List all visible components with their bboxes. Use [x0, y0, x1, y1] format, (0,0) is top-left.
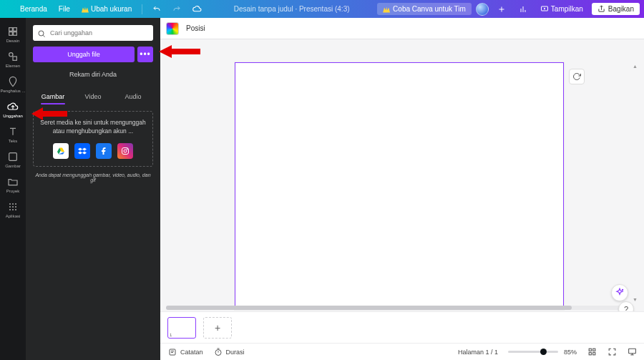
- footer: Catatan Durasi Halaman 1 / 1 85%: [160, 343, 644, 360]
- resize-button[interactable]: Ubah ukuran: [77, 3, 136, 15]
- connect-google-drive[interactable]: [53, 143, 69, 159]
- draw-icon: [7, 151, 19, 162]
- svg-rect-9: [9, 32, 13, 36]
- rail-text-label: Teks: [9, 139, 17, 143]
- svg-point-26: [39, 31, 44, 36]
- svg-rect-46: [592, 349, 595, 351]
- svg-rect-10: [14, 32, 17, 36]
- notes-label: Catatan: [180, 349, 203, 356]
- rail-projects[interactable]: Proyek: [0, 172, 26, 198]
- page-thumbnail[interactable]: 1: [167, 317, 196, 339]
- vertical-scrollbar[interactable]: ▲▼: [633, 64, 637, 303]
- rail-text[interactable]: Teks: [0, 122, 26, 147]
- page-strip: 1 +: [160, 311, 644, 343]
- rail-design-label: Desain: [6, 39, 20, 43]
- connect-facebook[interactable]: [96, 143, 112, 159]
- present-footer-button[interactable]: [627, 347, 637, 357]
- try-team-label: Coba Canva untuk Tim: [393, 5, 466, 13]
- svg-point-18: [12, 203, 14, 205]
- try-team-button[interactable]: Coba Canva untuk Tim: [377, 3, 472, 15]
- svg-point-17: [9, 203, 11, 205]
- upload-file-button[interactable]: Unggah file: [33, 47, 135, 62]
- notes-icon: [167, 347, 177, 357]
- elements-icon: [7, 51, 19, 62]
- tab-audio-label: Audio: [125, 93, 141, 100]
- upload-label: Unggah file: [67, 51, 100, 58]
- zoom-slider[interactable]: [508, 351, 558, 353]
- record-label: Rekam diri Anda: [69, 71, 117, 78]
- undo-button[interactable]: [148, 3, 165, 16]
- upload-hint: Anda dapat mengunggah gambar, video, aud…: [33, 172, 153, 183]
- rail-apps[interactable]: Aplikasi: [0, 198, 26, 223]
- connect-dropbox[interactable]: [74, 143, 90, 159]
- share-label: Bagikan: [608, 5, 634, 13]
- upload-more-button[interactable]: •••: [137, 47, 153, 62]
- search-input[interactable]: [33, 25, 153, 41]
- sub-toolbar: Posisi: [160, 18, 644, 39]
- color-swatch[interactable]: [166, 22, 179, 35]
- magic-button[interactable]: [611, 284, 628, 301]
- rail-brand[interactable]: Penghalus ...: [0, 72, 26, 97]
- tab-video[interactable]: Video: [73, 89, 113, 104]
- svg-marker-32: [82, 147, 87, 150]
- annotation-arrow-rail: [31, 106, 67, 122]
- avatar[interactable]: [476, 3, 489, 16]
- svg-rect-16: [9, 153, 17, 161]
- svg-rect-47: [589, 353, 591, 355]
- rail-apps-label: Aplikasi: [6, 214, 21, 218]
- file-menu[interactable]: File: [54, 3, 74, 15]
- uploads-panel: Unggah file ••• Rekam diri Anda Gambar V…: [26, 18, 160, 360]
- left-rail: Desain Elemen Penghalus ... Unggahan Tek…: [0, 18, 26, 360]
- home-button[interactable]: Beranda: [16, 3, 52, 15]
- redo-button[interactable]: [168, 3, 185, 16]
- rail-draw-label: Gambar: [5, 164, 21, 168]
- back-button[interactable]: [4, 4, 13, 15]
- design-icon: [7, 26, 19, 37]
- annotation-arrow-upload: [159, 44, 200, 59]
- document-title[interactable]: Desain tanpa judul · Presentasi (4:3): [206, 5, 377, 13]
- uploads-icon: [7, 101, 19, 112]
- grid-view-button[interactable]: [587, 347, 597, 357]
- tab-audio[interactable]: Audio: [113, 89, 153, 104]
- rail-brand-label: Penghalus ...: [0, 89, 25, 93]
- svg-marker-34: [82, 151, 87, 154]
- add-member-button[interactable]: [493, 3, 510, 16]
- svg-marker-33: [78, 151, 82, 154]
- home-label: Beranda: [20, 5, 47, 13]
- svg-line-27: [43, 35, 44, 37]
- rail-design[interactable]: Desain: [0, 22, 26, 47]
- svg-marker-53: [31, 107, 67, 120]
- connect-instagram[interactable]: [117, 143, 133, 159]
- rail-uploads-label: Unggahan: [3, 114, 23, 118]
- analytics-button[interactable]: [514, 3, 532, 16]
- rail-elements[interactable]: Elemen: [0, 47, 26, 72]
- sync-icon[interactable]: [569, 69, 585, 84]
- fullscreen-button[interactable]: [607, 347, 617, 357]
- svg-point-36: [124, 150, 127, 152]
- duration-button[interactable]: Durasi: [213, 347, 245, 357]
- add-page-button[interactable]: +: [203, 317, 232, 339]
- page-number: 1: [170, 333, 172, 337]
- rail-draw[interactable]: Gambar: [0, 147, 26, 172]
- present-label: Tampilkan: [551, 5, 583, 13]
- svg-point-19: [15, 203, 16, 205]
- duration-icon: [213, 347, 223, 357]
- rail-uploads[interactable]: Unggahan: [0, 97, 26, 122]
- svg-rect-45: [589, 349, 591, 351]
- record-yourself-button[interactable]: Rekam diri Anda: [33, 67, 153, 82]
- svg-rect-8: [14, 28, 17, 31]
- separator: [142, 4, 142, 14]
- cloud-save-icon[interactable]: [188, 2, 206, 16]
- svg-point-25: [15, 209, 16, 210]
- rail-elements-label: Elemen: [6, 64, 20, 68]
- search-wrapper: [33, 25, 153, 41]
- position-button[interactable]: Posisi: [186, 24, 205, 32]
- horizontal-scrollbar[interactable]: [166, 306, 627, 310]
- svg-rect-48: [592, 353, 595, 355]
- share-button[interactable]: Bagikan: [592, 3, 640, 15]
- present-button[interactable]: Tampilkan: [536, 3, 587, 16]
- apps-icon: [7, 201, 19, 213]
- page-canvas[interactable]: [235, 62, 564, 310]
- notes-button[interactable]: Catatan: [167, 347, 203, 357]
- tab-images[interactable]: Gambar: [33, 89, 73, 104]
